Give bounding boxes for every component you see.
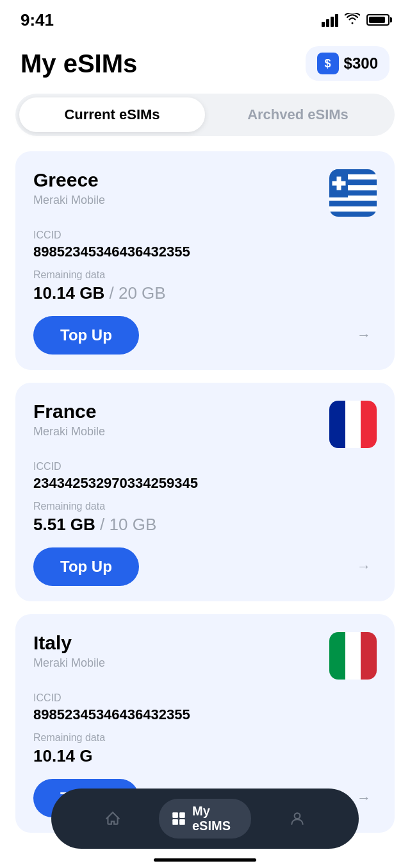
detail-arrow-greece[interactable]: → [351,322,377,348]
balance-icon: $ [317,53,339,74]
status-bar: 9:41 [0,0,410,36]
home-icon [102,808,123,829]
header: My eSIMs $ $300 [0,36,410,94]
home-indicator [154,858,256,862]
signal-icon [322,13,338,27]
iccid-value: 89852345346436432355 [33,244,377,260]
svg-rect-3 [179,819,185,825]
provider-name: Meraki Mobile [33,656,105,670]
nav-active-background: My eSIMS [159,799,251,839]
data-remaining: 10.14 G [33,746,377,766]
status-icons [322,13,390,28]
esims-nav-icon [170,808,187,829]
card-header: Greece Meraki Mobile [33,169,377,217]
nav-esims[interactable]: My eSIMS [159,799,251,839]
tab-current[interactable]: Current eSIMs [19,97,205,132]
bottom-nav: My eSIMS [0,789,410,868]
svg-point-4 [295,813,300,819]
detail-arrow-france[interactable]: → [351,554,377,580]
country-name: Greece [33,169,105,191]
wifi-icon [345,13,360,28]
card-header: France Meraki Mobile [33,401,377,448]
data-remaining: 5.51 GB / 10 GB [33,515,377,535]
card-header: Italy Meraki Mobile [33,632,377,680]
page-title: My eSIMs [20,49,137,78]
tab-switcher: Current eSIMs Archved eSIMs [15,94,395,136]
topup-button-france[interactable]: Top Up [33,547,139,586]
iccid-value: 234342532970334259345 [33,475,377,492]
greece-flag [329,169,377,217]
nav-home[interactable] [67,808,159,829]
status-time: 9:41 [20,10,54,30]
esim-cards: Greece Meraki Mobile [0,151,410,833]
esim-card-france: France Meraki Mobile ICCID 2343425329703… [15,383,395,601]
provider-name: Meraki Mobile [33,425,105,438]
country-name: France [33,401,105,422]
data-label: Remaining data [33,501,377,512]
country-name: Italy [33,632,105,654]
data-remaining: 10.14 GB / 20 GB [33,283,377,303]
tab-archived[interactable]: Archved eSIMs [205,97,391,132]
svg-rect-2 [172,819,178,825]
esim-card-greece: Greece Meraki Mobile [15,151,395,370]
svg-rect-1 [179,812,185,818]
nav-esims-label: My eSIMS [192,804,240,833]
data-label: Remaining data [33,732,377,744]
card-footer: Top Up → [33,316,377,355]
balance-badge: $ $300 [306,46,390,81]
balance-amount: $300 [344,54,378,72]
bottom-nav-inner: My eSIMS [51,789,359,849]
iccid-label: ICCID [33,692,377,704]
battery-icon [366,14,390,26]
nav-profile[interactable] [251,808,343,829]
topup-button-greece[interactable]: Top Up [33,316,139,355]
iccid-label: ICCID [33,230,377,241]
card-footer: Top Up → [33,547,377,586]
france-flag [329,401,377,448]
iccid-label: ICCID [33,461,377,472]
profile-icon [287,808,308,829]
provider-name: Meraki Mobile [33,194,105,207]
iccid-value: 89852345346436432355 [33,706,377,723]
data-label: Remaining data [33,269,377,281]
italy-flag [329,632,377,680]
svg-rect-0 [172,812,178,818]
